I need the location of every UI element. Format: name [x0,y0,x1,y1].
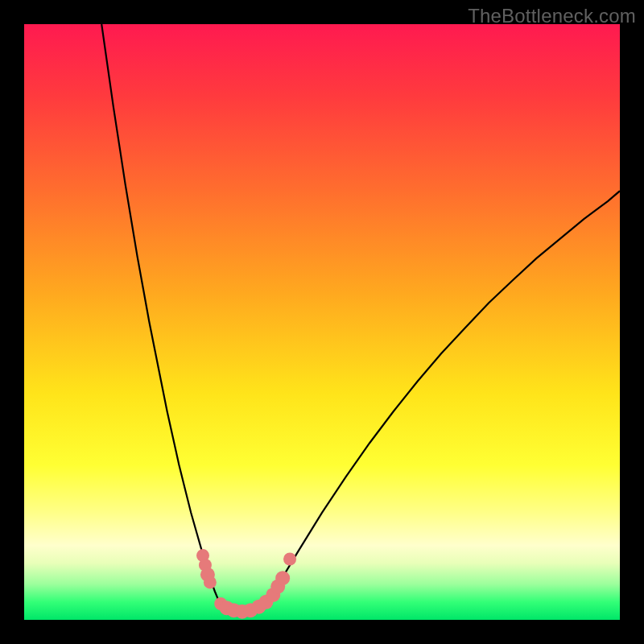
curve-marker [275,571,290,585]
curve-marker [283,553,296,566]
gradient-background [24,24,620,620]
outer-frame: TheBottleneck.com [0,0,644,644]
bottleneck-chart [24,24,620,620]
plot-area [24,24,620,620]
curve-marker [204,576,217,588]
